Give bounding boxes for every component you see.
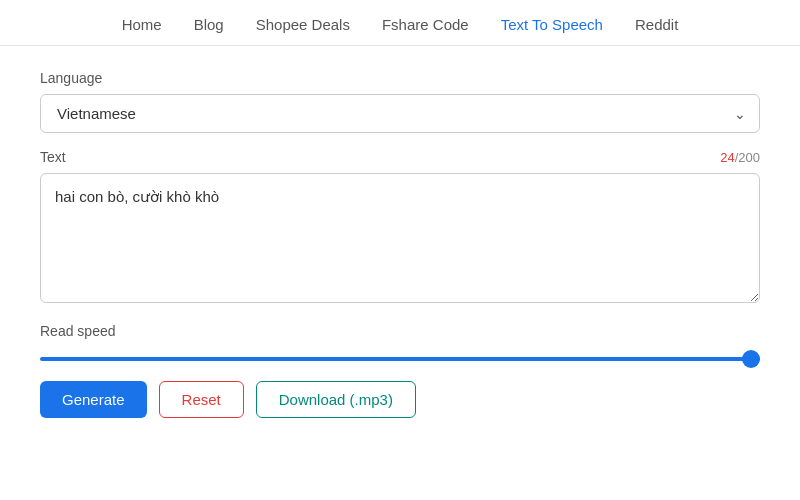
nav-bar: HomeBlogShopee DealsFshare CodeText To S…: [0, 0, 800, 46]
download-button[interactable]: Download (.mp3): [256, 381, 416, 418]
page-wrapper: HomeBlogShopee DealsFshare CodeText To S…: [0, 0, 800, 500]
nav-item-text-to-speech[interactable]: Text To Speech: [501, 16, 603, 33]
nav-item-reddit[interactable]: Reddit: [635, 16, 678, 33]
char-current: 24: [720, 150, 734, 165]
nav-item-home[interactable]: Home: [122, 16, 162, 33]
language-select[interactable]: VietnameseEnglishFrenchGermanSpanishJapa…: [40, 94, 760, 133]
read-speed-section: Read speed: [40, 323, 760, 365]
char-max: 200: [738, 150, 760, 165]
speed-slider[interactable]: [40, 357, 760, 361]
language-select-wrapper: VietnameseEnglishFrenchGermanSpanishJapa…: [40, 94, 760, 133]
nav-item-fshare-code[interactable]: Fshare Code: [382, 16, 469, 33]
buttons-row: Generate Reset Download (.mp3): [40, 381, 760, 418]
nav-item-blog[interactable]: Blog: [194, 16, 224, 33]
language-label: Language: [40, 70, 760, 86]
text-section-header: Text 24/200: [40, 149, 760, 165]
reset-button[interactable]: Reset: [159, 381, 244, 418]
char-count: 24/200: [720, 150, 760, 165]
read-speed-label: Read speed: [40, 323, 760, 339]
generate-button[interactable]: Generate: [40, 381, 147, 418]
main-content: Language VietnameseEnglishFrenchGermanSp…: [0, 46, 800, 500]
text-input[interactable]: [40, 173, 760, 303]
text-label: Text: [40, 149, 66, 165]
nav-item-shopee-deals[interactable]: Shopee Deals: [256, 16, 350, 33]
